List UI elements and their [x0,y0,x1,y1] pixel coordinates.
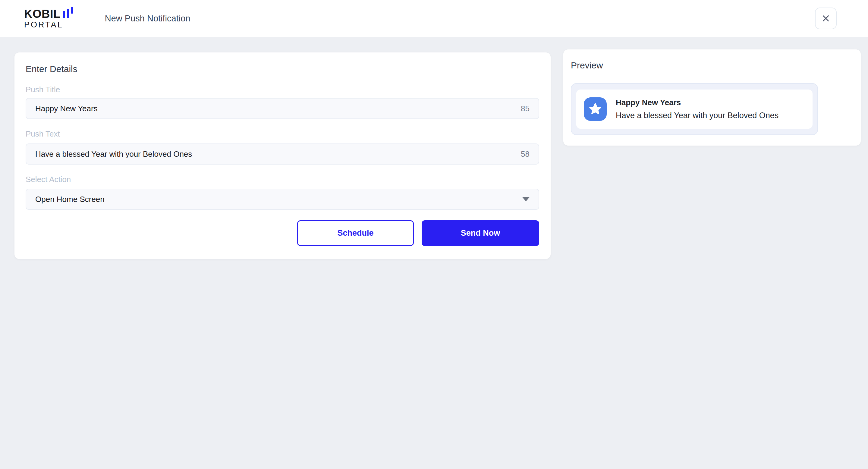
enter-details-heading: Enter Details [26,53,539,74]
chevron-down-icon [522,197,530,201]
signal-bars-icon [63,7,74,20]
push-text-label: Push Text [26,129,539,138]
kobil-logo: KOBIL PORTAL [24,8,74,29]
select-action-dropdown[interactable]: Open Home Screen [26,189,539,210]
star-icon [584,97,607,121]
notification-body: Have a blessed Year with your Beloved On… [616,111,778,120]
close-icon [821,13,831,24]
push-text-counter: 58 [521,150,530,159]
push-text-value: Have a blessed Year with your Beloved On… [35,150,521,159]
notification-preview-inner: Happy New Years Have a blessed Year with… [576,90,812,129]
push-title-counter: 85 [521,104,530,113]
notification-title: Happy New Years [616,98,778,107]
send-now-button[interactable]: Send Now [422,220,539,246]
notification-text-block: Happy New Years Have a blessed Year with… [616,98,778,120]
logo-subtitle-text: PORTAL [24,21,74,29]
header: KOBIL PORTAL New Push Notification [0,0,868,37]
push-title-value: Happy New Years [35,104,521,113]
push-title-input[interactable]: Happy New Years 85 [26,98,539,119]
page-title: New Push Notification [105,13,190,24]
logo-brand-text: KOBIL [24,8,61,20]
notification-preview: Happy New Years Have a blessed Year with… [571,83,818,135]
select-action-label: Select Action [26,175,539,184]
enter-details-card: Enter Details Push Title Happy New Years… [14,53,551,259]
select-action-value: Open Home Screen [35,195,522,204]
close-button[interactable] [815,7,837,29]
preview-card: Preview Happy New Years Have a blessed Y… [563,50,861,146]
schedule-button[interactable]: Schedule [297,220,414,246]
preview-heading: Preview [571,50,852,70]
push-title-label: Push Title [26,85,539,94]
form-actions: Schedule Send Now [26,220,539,246]
push-text-input[interactable]: Have a blessed Year with your Beloved On… [26,144,539,164]
